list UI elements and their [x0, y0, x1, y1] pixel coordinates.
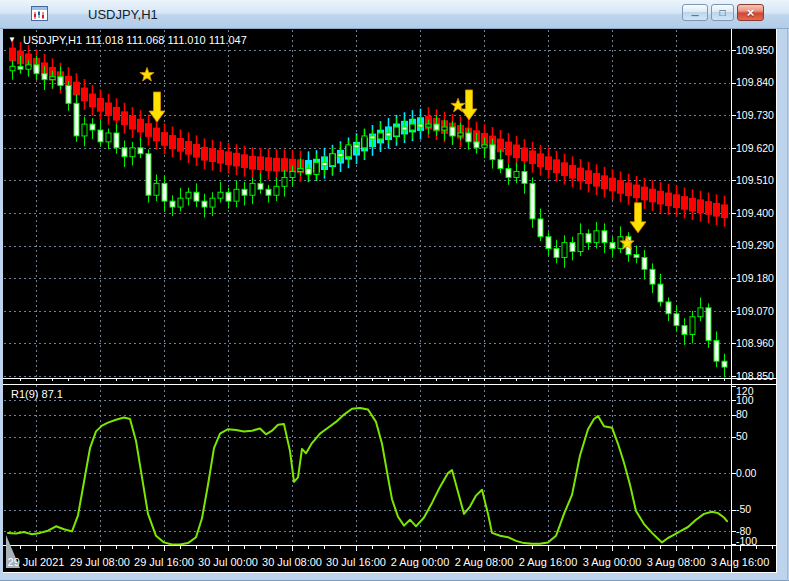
chart-icon: [31, 6, 48, 21]
minimize-icon: ─: [691, 11, 698, 21]
close-button[interactable]: ×: [737, 4, 764, 21]
titlebar[interactable]: USDJPY,H1 ─ □ ×: [0, 0, 789, 29]
window-title: USDJPY,H1: [88, 7, 158, 22]
time-axis[interactable]: [3, 546, 776, 572]
close-icon: ×: [747, 6, 755, 19]
mt4-chart-window: { "window": { "title": "USDJPY,H1", "but…: [0, 0, 789, 581]
restore-icon: □: [719, 8, 725, 18]
window-controls: ─ □ ×: [682, 4, 764, 21]
restore-button[interactable]: □: [711, 4, 734, 21]
price-axis[interactable]: [731, 29, 776, 545]
indicator-area[interactable]: [3, 385, 731, 545]
panel-divider[interactable]: [3, 378, 731, 385]
minimize-button[interactable]: ─: [682, 4, 708, 21]
main-chart-area[interactable]: [3, 29, 731, 378]
